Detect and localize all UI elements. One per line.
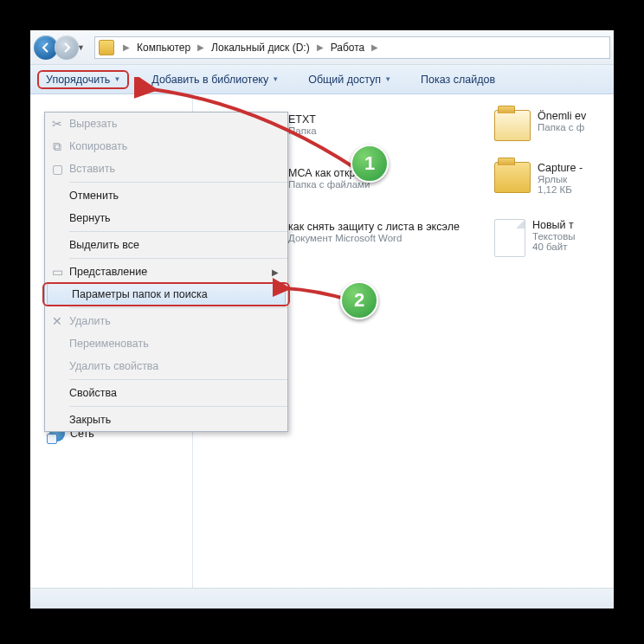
file-sub: Папка bbox=[288, 126, 317, 136]
chevron-right-icon: ▶ bbox=[123, 42, 130, 52]
callout-badge-2: 2 bbox=[340, 281, 378, 319]
share-label: Общий доступ bbox=[308, 74, 381, 86]
menu-undo[interactable]: Отменить bbox=[45, 184, 287, 207]
file-name: Новый т bbox=[532, 219, 576, 231]
menu-separator bbox=[69, 379, 287, 380]
folder-icon bbox=[494, 110, 531, 141]
remove-props-icon bbox=[45, 355, 69, 377]
menu-redo[interactable]: Вернуть bbox=[45, 207, 287, 229]
properties-icon bbox=[45, 382, 69, 404]
select-all-icon bbox=[45, 234, 69, 256]
file-sub: 1,12 КБ bbox=[538, 184, 583, 195]
undo-icon bbox=[45, 184, 69, 207]
copy-icon: ⧉ bbox=[45, 135, 69, 158]
file-sub: Текстовы bbox=[532, 231, 576, 242]
document-icon bbox=[494, 219, 525, 257]
menu-folder-options[interactable]: Параметры папок и поиска bbox=[47, 283, 286, 306]
chevron-down-icon: ▼ bbox=[384, 75, 391, 83]
file-item[interactable]: Новый т Текстовы 40 байт bbox=[494, 219, 576, 257]
file-sub: Документ Microsoft Word bbox=[288, 233, 460, 243]
menu-paste[interactable]: ▢ Вставить bbox=[45, 158, 287, 180]
file-sub: Папка с ф bbox=[538, 122, 586, 132]
navigation-bar: ▼ ▶ Компьютер ▶ Локальный диск (D:) ▶ Ра… bbox=[30, 30, 614, 65]
chevron-down-icon: ▼ bbox=[113, 75, 120, 83]
status-bar bbox=[30, 588, 614, 609]
folder-icon bbox=[494, 162, 531, 193]
slideshow-button[interactable]: Показ слайдов bbox=[414, 71, 502, 88]
delete-icon: ✕ bbox=[45, 310, 69, 332]
callout-badge-1: 1 bbox=[351, 145, 389, 183]
chevron-right-icon: ▶ bbox=[272, 267, 279, 277]
organize-menu: ✂ Вырезать ⧉ Копировать ▢ Вставить Отмен… bbox=[44, 112, 288, 432]
organize-button[interactable]: Упорядочить ▼ bbox=[37, 70, 129, 89]
nav-fwd-button[interactable] bbox=[55, 35, 79, 60]
breadcrumb-item[interactable]: Локальный диск (D:) bbox=[209, 42, 312, 54]
slideshow-label: Показ слайдов bbox=[421, 74, 495, 86]
file-name: Capture - bbox=[538, 162, 583, 174]
share-button[interactable]: Общий доступ ▼ bbox=[301, 71, 398, 88]
add-library-button[interactable]: Добавить в библиотеку ▼ bbox=[145, 71, 286, 88]
menu-cut[interactable]: ✂ Вырезать bbox=[45, 113, 287, 135]
menu-close[interactable]: Закрыть bbox=[45, 409, 287, 431]
toolbar: Упорядочить ▼ Добавить в библиотеку ▼ Об… bbox=[30, 65, 614, 94]
file-item[interactable]: Önemli ev Папка с ф bbox=[494, 110, 586, 141]
breadcrumb[interactable]: ▶ Компьютер ▶ Локальный диск (D:) ▶ Рабо… bbox=[94, 36, 610, 59]
breadcrumb-item[interactable]: Работа bbox=[329, 42, 367, 54]
file-name: Önemli ev bbox=[538, 110, 586, 122]
file-name: ETXT bbox=[288, 113, 317, 126]
menu-delete[interactable]: ✕ Удалить bbox=[45, 310, 287, 332]
file-name: как снять защиту с листа в эксэле bbox=[288, 221, 460, 233]
close-icon bbox=[45, 409, 69, 431]
menu-copy[interactable]: ⧉ Копировать bbox=[45, 135, 287, 158]
file-sub: Ярлык bbox=[538, 174, 583, 184]
organize-label: Упорядочить bbox=[46, 74, 110, 86]
paste-icon: ▢ bbox=[45, 158, 69, 180]
chevron-right-icon: ▶ bbox=[197, 42, 204, 52]
file-item[interactable]: Capture - Ярлык 1,12 КБ bbox=[494, 162, 583, 195]
menu-remove-props[interactable]: Удалить свойства bbox=[45, 355, 287, 377]
file-item[interactable]: ETXT Папка bbox=[288, 113, 317, 136]
cut-icon: ✂ bbox=[45, 113, 69, 135]
view-icon: ▭ bbox=[45, 261, 69, 283]
menu-properties[interactable]: Свойства bbox=[45, 382, 287, 404]
menu-separator bbox=[69, 182, 287, 183]
file-item[interactable]: как снять защиту с листа в эксэле Докуме… bbox=[288, 221, 460, 243]
menu-select-all[interactable]: Выделить все bbox=[45, 234, 287, 256]
folder-icon bbox=[99, 40, 114, 55]
file-sub: 40 байт bbox=[532, 242, 576, 252]
menu-view[interactable]: ▭ Представление ▶ bbox=[45, 261, 287, 283]
menu-rename[interactable]: Переименовать bbox=[45, 332, 287, 355]
breadcrumb-item[interactable]: Компьютер bbox=[135, 42, 192, 54]
redo-icon bbox=[45, 207, 69, 229]
menu-separator bbox=[69, 258, 287, 259]
nav-history-drop[interactable]: ▼ bbox=[77, 43, 89, 52]
chevron-right-icon: ▶ bbox=[317, 42, 324, 52]
rename-icon bbox=[45, 332, 69, 355]
menu-separator bbox=[69, 307, 287, 308]
menu-separator bbox=[69, 406, 287, 407]
menu-separator bbox=[69, 231, 287, 232]
chevron-right-icon: ▶ bbox=[371, 42, 378, 52]
chevron-down-icon: ▼ bbox=[272, 75, 279, 83]
folder-options-icon bbox=[48, 283, 72, 306]
add-library-label: Добавить в библиотеку bbox=[151, 74, 268, 86]
